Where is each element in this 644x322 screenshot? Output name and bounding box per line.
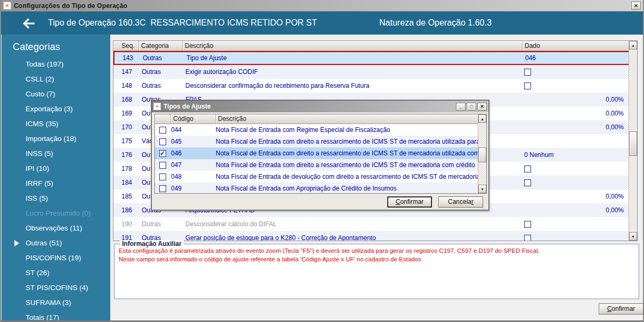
selected-category-arrow-icon — [14, 240, 19, 246]
cell-dado: 0,00% — [523, 123, 630, 131]
checkbox-unchecked-icon[interactable] — [159, 185, 166, 192]
ajuste-row[interactable]: 044Nota Fiscal de Entrada com Regime Esp… — [155, 124, 478, 136]
cell-seq: 186 — [113, 207, 139, 214]
table-row[interactable]: 143OutrasTipo de Ajuste046 — [113, 51, 630, 65]
app-window: ✳ Configurações do Tipo de Operação ✕ Ti… — [0, 0, 644, 322]
scroll-down-icon[interactable]: ▼ — [629, 232, 637, 241]
table-row[interactable]: 191OutrasGerar posição de estoque para o… — [113, 231, 630, 241]
checkbox-unchecked-icon[interactable] — [159, 162, 166, 169]
sidebar-item-st[interactable]: ST (26) — [2, 266, 110, 280]
cell-descricao: Nota Fiscal de Entrada com Regime Especi… — [216, 126, 478, 134]
cell-dado — [523, 82, 630, 89]
checkbox-unchecked-icon[interactable] — [524, 179, 531, 186]
ajuste-row[interactable]: 047Nota Fiscal de Entrada com direito a … — [155, 159, 478, 171]
cell-seq: 168 — [113, 96, 139, 103]
scrollbar-thumb[interactable] — [478, 147, 486, 162]
sidebar-item-label: IRRF (5) — [26, 179, 53, 187]
sidebar-item-icms[interactable]: ICMS (35) — [2, 117, 110, 131]
sidebar-item-custo[interactable]: Custo (7) — [2, 87, 110, 102]
scroll-down-icon[interactable]: ▼ — [478, 185, 486, 193]
scrollbar-thumb[interactable] — [629, 131, 637, 156]
dialog-minimize-icon[interactable]: _ — [456, 103, 466, 111]
sidebar-item-label: Lucro Presumido (0) — [26, 209, 91, 217]
dialog-maximize-icon[interactable]: □ — [467, 103, 476, 111]
ajuste-list: Código Descrição 044Nota Fiscal de Entra… — [154, 114, 487, 194]
ajuste-list-scrollbar[interactable]: ▲ ▼ — [478, 114, 486, 193]
sidebar-item-label: ISS (5) — [26, 194, 48, 202]
dialog-confirm-button[interactable]: Confirmar — [387, 196, 432, 208]
ajuste-row[interactable]: 048Nota Fiscal de Entrada de devolução c… — [155, 171, 478, 183]
sidebar-item-csll[interactable]: CSLL (2) — [2, 72, 110, 87]
cell-seq: 176 — [113, 151, 139, 159]
cell-check — [155, 185, 171, 192]
cell-check — [155, 150, 171, 157]
confirm-button[interactable]: Confirmar — [599, 303, 643, 315]
ajuste-list-header: Código Descrição — [155, 114, 478, 124]
cell-descricao: Nota Fiscal de Entrada com Apropriação d… — [216, 185, 478, 192]
column-header-descricao[interactable]: Descrição — [183, 41, 523, 51]
cell-dado: 0,00% — [523, 110, 630, 117]
cell-categoria: Outras — [140, 54, 184, 62]
sidebar-item-iss[interactable]: ISS (5) — [2, 191, 110, 206]
table-row[interactable]: 147OutrasExigir autorização CODIF — [113, 65, 630, 79]
grid-vertical-scrollbar[interactable]: ▲ ▼ — [629, 41, 637, 241]
sidebar-item-ipi[interactable]: IPI (10) — [2, 161, 110, 176]
window-close-icon[interactable]: ✕ — [631, 2, 641, 10]
sidebar-item-label: ST PIS/COFINS (4) — [26, 284, 88, 292]
ajuste-row[interactable]: 045Nota Fiscal de Entrada com direito a … — [155, 136, 478, 147]
checkbox-unchecked-icon[interactable] — [524, 235, 531, 241]
checkbox-unchecked-icon[interactable] — [524, 69, 531, 76]
cell-dado — [523, 220, 630, 228]
sidebar-item-lucro-presumido[interactable]: Lucro Presumido (0) — [2, 206, 110, 221]
checkbox-unchecked-icon[interactable] — [159, 127, 166, 134]
checkbox-unchecked-icon[interactable] — [524, 221, 531, 228]
dialog-title: Tipos de Ajuste — [164, 103, 455, 110]
cell-dado — [523, 165, 630, 172]
checkbox-checked-icon[interactable] — [159, 150, 166, 157]
sidebar-item-totais[interactable]: Totais (17) — [2, 310, 110, 320]
sidebar-item-st-pis-cofins[interactable]: ST PIS/COFINS (4) — [2, 280, 110, 295]
cell-seq: 169 — [113, 110, 139, 117]
sidebar-item-inss[interactable]: INSS (5) — [2, 146, 110, 161]
table-row[interactable]: 148OutrasDesconsiderar confirmação do re… — [113, 79, 630, 93]
dialog-cancel-button[interactable]: Cancelar — [438, 196, 483, 208]
sidebar-item-irrf[interactable]: IRRF (5) — [2, 176, 110, 191]
sidebar-item-label: Exportação (3) — [26, 105, 73, 113]
column-header-codigo[interactable]: Código — [171, 114, 216, 123]
window-titlebar: ✳ Configurações do Tipo de Operação ✕ — [1, 0, 643, 12]
column-header-categoria[interactable]: Categoria — [139, 41, 183, 51]
sidebar-item-outras[interactable]: Outras (51) — [2, 236, 110, 251]
table-row[interactable]: 190OutrasDesconsiderar cálculo do DIFAL — [113, 217, 630, 231]
checkbox-unchecked-icon[interactable] — [524, 166, 531, 172]
sidebar-item-pis-cofins[interactable]: PIS/COFINS (19) — [2, 251, 110, 266]
sidebar-item-todas[interactable]: Todas (197) — [2, 57, 110, 72]
dialog-close-icon[interactable]: ✕ — [477, 103, 487, 111]
cell-seq: 175 — [113, 137, 139, 145]
checkbox-unchecked-icon[interactable] — [524, 82, 531, 89]
auxiliary-info-line-2: Neste campo será informado o código de a… — [119, 255, 634, 263]
cell-dado — [523, 179, 630, 186]
cell-check — [155, 126, 171, 134]
ajuste-row[interactable]: 049Nota Fiscal de Entrada com Apropriaçã… — [155, 183, 478, 194]
cell-categoria: Outras — [139, 68, 183, 76]
cell-seq: 190 — [113, 220, 139, 228]
sidebar-item-importa-o[interactable]: Importação (18) — [2, 131, 110, 146]
cell-dado: 0,00% — [523, 96, 630, 103]
scroll-up-icon[interactable]: ▲ — [629, 41, 637, 49]
sidebar-heading: Categorias — [2, 35, 110, 57]
sidebar-item-suframa[interactable]: SUFRAMA (3) — [2, 295, 110, 310]
column-header-descricao[interactable]: Descrição — [216, 114, 478, 123]
scroll-up-icon[interactable]: ▲ — [478, 114, 486, 123]
cell-check — [155, 161, 171, 169]
checkbox-unchecked-icon[interactable] — [159, 174, 166, 180]
sidebar-item-label: Observações (11) — [26, 224, 82, 232]
column-header-seq[interactable]: Seq. — [113, 41, 139, 51]
back-arrow-icon[interactable] — [21, 16, 37, 30]
sidebar-item-observa-es[interactable]: Observações (11) — [2, 221, 110, 236]
column-header-dado[interactable]: Dado — [523, 41, 630, 51]
auxiliary-info-line-1: Esta configuração é parametrizada atravé… — [119, 246, 634, 255]
cell-descricao: Exigir autorização CODIF — [183, 68, 523, 76]
sidebar-item-exporta-o[interactable]: Exportação (3) — [2, 102, 110, 117]
checkbox-unchecked-icon[interactable] — [159, 138, 166, 145]
ajuste-row[interactable]: 046Nota Fiscal de Entrada com direito a … — [155, 147, 478, 159]
